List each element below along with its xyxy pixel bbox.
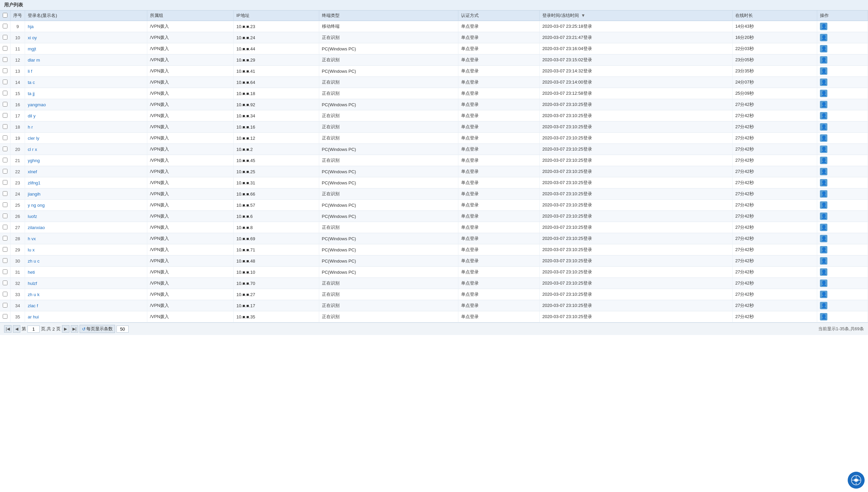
username-link[interactable]: luofz — [28, 214, 37, 219]
row-select-checkbox[interactable] — [3, 169, 7, 174]
row-select-checkbox[interactable] — [3, 24, 7, 28]
row-select-checkbox[interactable] — [3, 102, 7, 107]
action-user-icon[interactable]: 👤 — [820, 134, 827, 142]
action-user-icon[interactable]: 👤 — [820, 179, 827, 186]
logo-button[interactable] — [848, 472, 865, 489]
refresh-btn[interactable]: ↺ 每页显示条数 — [80, 325, 115, 333]
row-ip: 10.■.■.6 — [234, 211, 319, 222]
row-select-checkbox[interactable] — [3, 191, 7, 196]
username-link[interactable]: y ng ong — [28, 203, 45, 208]
row-select-checkbox[interactable] — [3, 35, 7, 40]
username-link[interactable]: ta jj — [28, 91, 35, 96]
row-group: /VPN拨入 — [147, 43, 233, 54]
username-link[interactable]: zlac f — [28, 303, 38, 308]
action-user-icon[interactable]: 👤 — [820, 146, 827, 153]
page-wrapper: 用户列表 序号 登录名(显示名) 所属组 IP地址 终端类型 认证方式 登录时间… — [0, 0, 868, 492]
username-link[interactable]: hja — [28, 24, 34, 29]
row-select-checkbox[interactable] — [3, 292, 7, 296]
action-user-icon[interactable]: 👤 — [820, 67, 827, 75]
row-select-checkbox[interactable] — [3, 158, 7, 162]
username-link[interactable]: zh u c — [28, 259, 40, 264]
action-user-icon[interactable]: 👤 — [820, 257, 827, 265]
last-page-btn[interactable]: ▶| — [71, 325, 78, 333]
row-login-time: 2020-03-07 23:10:25登录 — [539, 110, 732, 121]
row-select-checkbox[interactable] — [3, 113, 7, 118]
username-link[interactable]: zh u k — [28, 292, 40, 297]
username-link[interactable]: dlar m — [28, 58, 40, 63]
row-select-checkbox[interactable] — [3, 214, 7, 218]
action-user-icon[interactable]: 👤 — [820, 279, 827, 287]
action-user-icon[interactable]: 👤 — [820, 313, 827, 320]
action-user-icon[interactable]: 👤 — [820, 123, 827, 131]
username-link[interactable]: ta c — [28, 80, 35, 85]
username-link[interactable]: mgjt — [28, 46, 36, 51]
action-user-icon[interactable]: 👤 — [820, 224, 827, 231]
col-login-time[interactable]: 登录时间/冻结时间 ▼ — [539, 10, 732, 21]
username-link[interactable]: h vx — [28, 236, 36, 241]
action-user-icon[interactable]: 👤 — [820, 213, 827, 220]
row-select-checkbox[interactable] — [3, 180, 7, 185]
page-size-input[interactable] — [116, 326, 129, 333]
row-select-checkbox[interactable] — [3, 236, 7, 241]
row-ip: 10.■.■.45 — [234, 155, 319, 166]
page-number-input[interactable] — [27, 326, 40, 333]
row-select-checkbox[interactable] — [3, 225, 7, 229]
row-checkbox — [0, 99, 10, 110]
action-user-icon[interactable]: 👤 — [820, 34, 827, 41]
action-user-icon[interactable]: 👤 — [820, 190, 827, 198]
action-user-icon[interactable]: 👤 — [820, 201, 827, 209]
action-user-icon[interactable]: 👤 — [820, 157, 827, 164]
username-link[interactable]: zilanxiao — [28, 225, 45, 230]
action-user-icon[interactable]: 👤 — [820, 45, 827, 52]
row-group: /VPN拨入 — [147, 211, 233, 222]
action-user-icon[interactable]: 👤 — [820, 23, 827, 30]
action-user-icon[interactable]: 👤 — [820, 90, 827, 97]
action-user-icon[interactable]: 👤 — [820, 268, 827, 276]
action-user-icon[interactable]: 👤 — [820, 291, 827, 298]
row-select-checkbox[interactable] — [3, 68, 7, 73]
row-select-checkbox[interactable] — [3, 147, 7, 151]
row-select-checkbox[interactable] — [3, 80, 7, 84]
action-user-icon[interactable]: 👤 — [820, 56, 827, 64]
username-link[interactable]: xlnef — [28, 169, 37, 174]
username-link[interactable]: ar hui — [28, 314, 39, 319]
row-select-checkbox[interactable] — [3, 303, 7, 308]
action-user-icon[interactable]: 👤 — [820, 235, 827, 242]
first-page-btn[interactable]: |◀ — [4, 325, 12, 333]
username-link[interactable]: hulzf — [28, 281, 37, 286]
username-link[interactable]: dil y — [28, 113, 36, 118]
action-user-icon[interactable]: 👤 — [820, 302, 827, 309]
row-select-checkbox[interactable] — [3, 258, 7, 263]
action-user-icon[interactable]: 👤 — [820, 246, 827, 253]
row-select-checkbox[interactable] — [3, 202, 7, 207]
username-link[interactable]: lu x — [28, 247, 35, 252]
action-user-icon[interactable]: 👤 — [820, 79, 827, 86]
username-link[interactable]: cler ly — [28, 136, 39, 141]
action-user-icon[interactable]: 👤 — [820, 112, 827, 119]
row-select-checkbox[interactable] — [3, 124, 7, 129]
row-select-checkbox[interactable] — [3, 91, 7, 95]
row-group: /VPN拨入 — [147, 21, 233, 32]
username-link[interactable]: yangmao — [28, 102, 46, 107]
username-link[interactable]: jiangih — [28, 192, 41, 197]
username-link[interactable]: zlifng1 — [28, 180, 41, 185]
prev-page-btn[interactable]: ◀ — [13, 325, 20, 333]
row-select-checkbox[interactable] — [3, 314, 7, 319]
row-select-checkbox[interactable] — [3, 57, 7, 62]
row-select-checkbox[interactable] — [3, 269, 7, 274]
username-link[interactable]: xi oy — [28, 35, 37, 40]
action-user-icon[interactable]: 👤 — [820, 168, 827, 175]
row-select-checkbox[interactable] — [3, 46, 7, 51]
username-link[interactable]: h r — [28, 125, 33, 130]
row-duration: 23分05秒 — [732, 54, 817, 66]
select-all-checkbox[interactable] — [3, 13, 7, 18]
username-link[interactable]: yghng — [28, 158, 40, 163]
username-link[interactable]: cl r x — [28, 147, 37, 152]
row-select-checkbox[interactable] — [3, 281, 7, 285]
username-link[interactable]: li f — [28, 69, 32, 74]
username-link[interactable]: heti — [28, 270, 35, 275]
action-user-icon[interactable]: 👤 — [820, 101, 827, 108]
row-select-checkbox[interactable] — [3, 135, 7, 140]
row-select-checkbox[interactable] — [3, 247, 7, 252]
next-page-btn[interactable]: ▶ — [62, 325, 69, 333]
